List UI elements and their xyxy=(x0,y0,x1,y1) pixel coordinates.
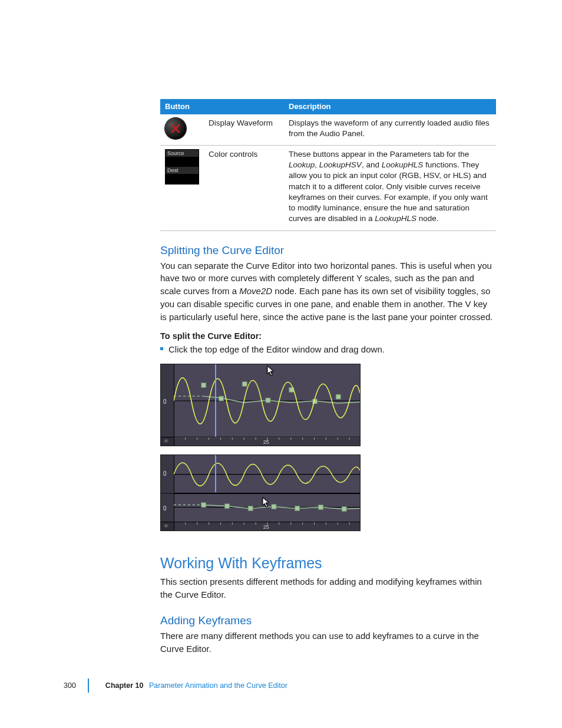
source-swatch xyxy=(166,157,199,167)
waveform-disabled-icon xyxy=(165,118,186,139)
desc-text: These buttons appear in the Parameters t… xyxy=(289,150,469,159)
page-number: 300 xyxy=(64,681,76,690)
svg-rect-28 xyxy=(248,506,253,511)
x-ruler: 25 xyxy=(174,437,360,446)
y-zero-label: 0 xyxy=(163,398,167,405)
curve-editor-screenshot-split: 0 0 xyxy=(160,454,361,531)
svg-rect-2 xyxy=(219,396,224,401)
button-description: These buttons appear in the Parameters t… xyxy=(284,145,496,230)
svg-rect-1 xyxy=(201,383,206,388)
paragraph: This section presents different methods … xyxy=(160,575,496,601)
desc-em: Lookup xyxy=(289,160,315,169)
svg-rect-29 xyxy=(272,505,276,509)
plot-area xyxy=(174,364,360,437)
desc-em: LookupHLS xyxy=(382,160,424,169)
y-zero-label: 0 xyxy=(163,470,167,477)
button-name: Color controls xyxy=(204,145,284,230)
heading-keyframes: Working With Keyframes xyxy=(160,555,496,572)
color-controls-icon: Source Dest xyxy=(165,149,199,185)
icon-cell xyxy=(160,114,204,146)
x-tick-label: 25 xyxy=(263,439,269,445)
chapter-title: Parameter Animation and the Curve Editor xyxy=(149,681,287,690)
playhead xyxy=(215,364,216,437)
curve-editor-screenshot-single: 0 xyxy=(160,364,361,446)
playhead xyxy=(215,455,216,492)
body-em: Move2D xyxy=(239,286,272,296)
dest-label: Dest xyxy=(166,167,199,174)
table-row: Display Waveform Displays the waveform o… xyxy=(160,114,496,146)
y-axis: 0 xyxy=(161,364,174,437)
icon-cell: Source Dest xyxy=(160,145,204,230)
dest-swatch xyxy=(166,174,199,184)
page-footer: 300 Chapter 10 Parameter Animation and t… xyxy=(64,678,287,693)
svg-rect-27 xyxy=(224,504,229,509)
step-list: Click the top edge of the Editor window … xyxy=(160,343,496,355)
corner-grip-icon xyxy=(161,522,174,531)
button-description-table: Button Description Display Waveform Disp… xyxy=(160,99,496,231)
svg-rect-31 xyxy=(318,505,323,510)
y-axis-bottom: 0 xyxy=(161,493,174,522)
heading-splitting: Splitting the Curve Editor xyxy=(160,244,496,257)
paragraph: There are many different methods you can… xyxy=(160,630,496,655)
plot-area-bottom xyxy=(174,493,360,522)
step-title: To split the Curve Editor: xyxy=(160,331,496,341)
heading-adding-keyframes: Adding Keyframes xyxy=(160,614,496,627)
footer-accent-bar xyxy=(88,678,89,693)
page: Button Description Display Waveform Disp… xyxy=(0,0,562,728)
desc-em: LookupHLS xyxy=(375,214,416,223)
cursor-icon xyxy=(262,497,270,508)
y-zero-label: 0 xyxy=(163,505,167,512)
desc-text: node. xyxy=(416,214,439,223)
plot-area-top xyxy=(174,455,360,492)
cursor-icon xyxy=(267,365,275,376)
svg-rect-7 xyxy=(336,394,340,399)
desc-text: , and xyxy=(362,160,382,169)
th-description: Description xyxy=(284,99,496,114)
y-axis-top: 0 xyxy=(161,455,174,492)
button-name: Display Waveform xyxy=(204,114,284,146)
svg-rect-32 xyxy=(342,507,346,512)
svg-rect-30 xyxy=(295,506,300,511)
table-row: Source Dest Color controls These buttons… xyxy=(160,145,496,230)
th-button: Button xyxy=(160,99,284,114)
desc-em: LookupHSV xyxy=(319,160,362,169)
x-ruler: 25 xyxy=(174,522,360,531)
step-item: Click the top edge of the Editor window … xyxy=(160,343,496,355)
x-tick-label: 25 xyxy=(263,524,269,530)
svg-rect-4 xyxy=(266,398,270,403)
svg-rect-3 xyxy=(242,382,247,387)
corner-grip-icon xyxy=(161,437,174,446)
desc-text: , xyxy=(315,160,319,169)
chapter-label: Chapter 10 xyxy=(105,681,144,690)
content-column: Button Description Display Waveform Disp… xyxy=(160,99,496,655)
curves-svg xyxy=(174,455,360,492)
svg-rect-26 xyxy=(201,503,206,508)
source-label: Source xyxy=(166,150,199,157)
button-description: Displays the waveform of any currently l… xyxy=(284,114,496,146)
paragraph: You can separate the Curve Editor into t… xyxy=(160,259,496,324)
